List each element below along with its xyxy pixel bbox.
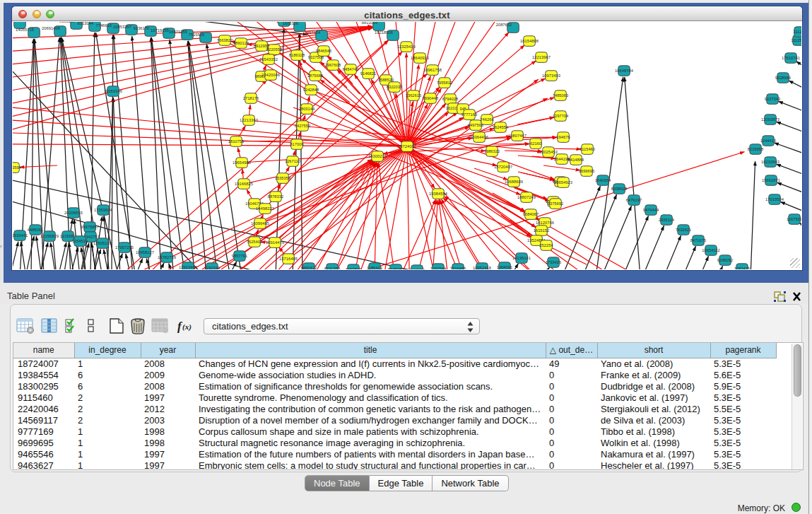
- svg-text:1215682: 1215682: [60, 234, 76, 238]
- svg-text:18724007: 18724007: [398, 144, 416, 148]
- svg-text:8878332: 8878332: [268, 194, 284, 199]
- svg-text:15300215: 15300215: [368, 154, 387, 158]
- svg-text:2718176: 2718176: [243, 96, 259, 100]
- svg-text:9375692: 9375692: [548, 201, 564, 206]
- svg-text:1244415: 1244415: [760, 139, 777, 143]
- svg-text:8471676: 8471676: [690, 238, 707, 243]
- svg-text:9699695: 9699695: [579, 169, 595, 173]
- svg-text:2803144: 2803144: [299, 107, 315, 111]
- svg-text:9686519: 9686519: [59, 22, 76, 23]
- svg-text:12213967: 12213967: [532, 55, 551, 59]
- svg-text:15692871: 15692871: [762, 178, 780, 182]
- svg-text:8313044: 8313044: [78, 22, 94, 25]
- svg-text:111254: 111254: [794, 30, 801, 34]
- svg-text:9227343: 9227343: [765, 97, 781, 101]
- svg-text:19218506: 19218506: [375, 30, 393, 35]
- svg-text:2087652: 2087652: [496, 23, 512, 27]
- svg-text:10973493: 10973493: [542, 74, 560, 78]
- svg-text:1605326: 1605326: [283, 22, 299, 25]
- svg-text:1082475: 1082475: [734, 267, 751, 269]
- svg-text:12505135: 12505135: [93, 241, 112, 245]
- svg-text:7632621: 7632621: [676, 228, 692, 232]
- svg-text:99975857: 99975857: [81, 225, 99, 229]
- svg-text:6322037: 6322037: [387, 85, 403, 89]
- svg-text:20206555: 20206555: [64, 211, 83, 215]
- svg-text:7955812: 7955812: [437, 81, 453, 85]
- svg-text:10654112: 10654112: [702, 248, 719, 252]
- svg-text:10958127: 10958127: [136, 250, 154, 255]
- svg-text:19654985: 19654985: [233, 160, 251, 165]
- svg-text:14136141: 14136141: [512, 256, 531, 260]
- svg-text:9450412: 9450412: [301, 266, 317, 269]
- svg-text:9777169: 9777169: [461, 112, 478, 117]
- svg-text:8215958: 8215958: [748, 147, 764, 151]
- svg-text:1112544: 1112544: [791, 38, 801, 42]
- svg-text:11325419: 11325419: [397, 45, 415, 49]
- svg-text:1186413: 1186413: [367, 266, 382, 269]
- svg-text:16543352: 16543352: [259, 57, 278, 62]
- svg-text:7485063: 7485063: [553, 93, 569, 98]
- svg-text:1535359: 1535359: [275, 176, 291, 180]
- svg-text:12213363: 12213363: [240, 118, 258, 122]
- svg-text:(x): (x): [182, 322, 192, 332]
- svg-text:3267110: 3267110: [285, 159, 300, 163]
- svg-text:19166825: 19166825: [235, 182, 253, 186]
- svg-text:8990448: 8990448: [423, 96, 439, 100]
- svg-text:9146821: 9146821: [360, 71, 377, 76]
- svg-text:19384554: 19384554: [429, 192, 448, 196]
- svg-text:10719155: 10719155: [151, 28, 169, 33]
- svg-text:16099485: 16099485: [251, 221, 269, 226]
- svg-text:7663822: 7663822: [217, 38, 233, 42]
- svg-text:1063809: 1063809: [346, 267, 362, 269]
- svg-text:62160: 62160: [530, 141, 541, 146]
- svg-text:3875685: 3875685: [307, 74, 324, 78]
- svg-text:10807467: 10807467: [508, 134, 526, 138]
- svg-text:1292544: 1292544: [430, 267, 447, 269]
- svg-text:16961758: 16961758: [423, 68, 442, 72]
- svg-text:14055715: 14055715: [16, 28, 34, 32]
- svg-text:3353594: 3353594: [13, 165, 22, 170]
- svg-text:10025453: 10025453: [539, 150, 558, 154]
- svg-text:17359924: 17359924: [94, 208, 113, 212]
- svg-text:3915441: 3915441: [13, 233, 28, 238]
- svg-text:9846546: 9846546: [316, 49, 332, 53]
- svg-text:14498222: 14498222: [256, 206, 274, 211]
- svg-text:3624554: 3624554: [493, 125, 509, 129]
- svg-text:10853267: 10853267: [113, 25, 131, 29]
- svg-text:1588520: 1588520: [378, 78, 394, 82]
- svg-text:1122304: 1122304: [13, 22, 19, 23]
- svg-text:9860124: 9860124: [233, 41, 249, 45]
- svg-text:1167533: 1167533: [787, 217, 801, 221]
- svg-text:8938928: 8938928: [611, 187, 628, 191]
- svg-text:7515526: 7515526: [189, 33, 205, 37]
- svg-text:1292344: 1292344: [204, 266, 220, 269]
- svg-text:13654923: 13654923: [554, 180, 572, 185]
- svg-text:9115460: 9115460: [579, 147, 595, 151]
- svg-text:16914479: 16914479: [266, 240, 284, 245]
- svg-text:9474444: 9474444: [643, 208, 659, 212]
- svg-text:9245987: 9245987: [388, 267, 404, 269]
- svg-text:8731358: 8731358: [324, 267, 341, 269]
- svg-text:1615152: 1615152: [534, 228, 550, 233]
- svg-text:20691406: 20691406: [42, 26, 60, 30]
- svg-text:4485061: 4485061: [28, 228, 44, 232]
- svg-text:1154519: 1154519: [72, 239, 88, 243]
- svg-text:16154808: 16154808: [520, 39, 539, 43]
- svg-text:20053346: 20053346: [104, 89, 122, 93]
- svg-text:7316485: 7316485: [450, 267, 466, 269]
- svg-text:18640910: 18640910: [411, 56, 429, 60]
- svg-text:12923446: 12923446: [179, 265, 197, 269]
- svg-text:17510741: 17510741: [782, 56, 800, 60]
- svg-text:6794028: 6794028: [442, 97, 459, 101]
- svg-text:817006: 817006: [290, 142, 303, 146]
- svg-text:1640954: 1640954: [595, 178, 611, 182]
- svg-text:8186328: 8186328: [289, 53, 305, 57]
- svg-text:9528966: 9528966: [775, 76, 792, 80]
- svg-text:15720407: 15720407: [494, 165, 512, 169]
- svg-text:13716485: 13716485: [279, 257, 298, 261]
- svg-text:1810755: 1810755: [228, 139, 245, 144]
- svg-text:7986322: 7986322: [484, 149, 500, 153]
- svg-text:2935114: 2935114: [659, 218, 675, 222]
- svg-text:9242848: 9242848: [303, 88, 319, 92]
- svg-text:16648784: 16648784: [615, 69, 634, 73]
